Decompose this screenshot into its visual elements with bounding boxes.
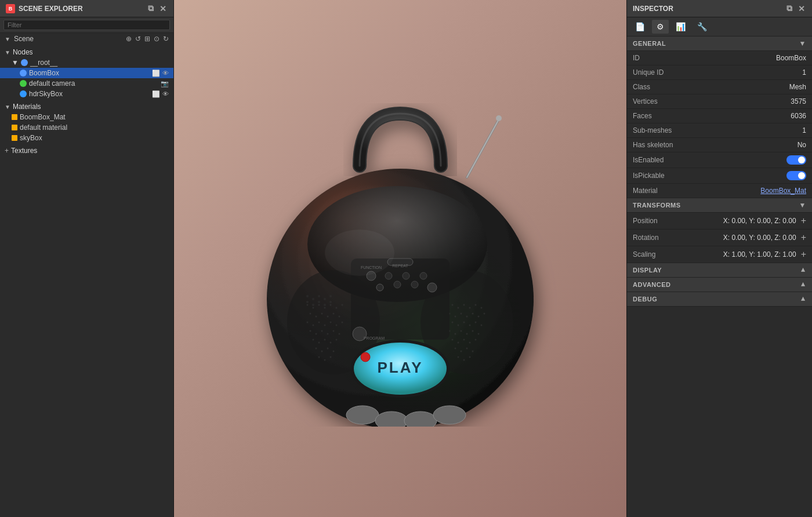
transforms-section-header[interactable]: TRANSFORMS ▼ [627,198,812,213]
tree-item-camera[interactable]: default camera 📷 [0,78,173,89]
tab-stats[interactable]: 📊 [671,20,690,34]
svg-point-34 [324,325,326,326]
boombox-box-icon[interactable]: ⬜ [152,70,160,77]
root-expand-icon: ▼ [12,59,19,67]
svg-point-21 [324,307,326,309]
svg-point-73 [469,325,471,326]
inspector-title: INSPECTOR [633,5,673,13]
svg-point-74 [475,322,477,323]
class-value: Mesh [789,83,806,91]
svg-point-101 [394,281,401,288]
skybox-eye-icon[interactable]: 👁 [162,90,169,98]
position-plus-button[interactable]: + [801,216,806,226]
scene-icon-refresh[interactable]: ↺ [135,35,141,43]
tree-item-skybox-mat[interactable]: skyBox [0,133,173,143]
scene-explorer-titlebar: B SCENE EXPLORER ⧉ ✕ [0,0,173,17]
viewport[interactable]: PLAY REPEAT FUNCTION PROGRAM [174,0,626,517]
camera-node-label: default camera [29,79,158,88]
svg-point-47 [330,342,332,344]
debug-section-header[interactable]: DEBUG ▼ [627,292,812,307]
submeshes-value: 1 [802,126,806,134]
scene-expand-icon[interactable]: ▼ [5,36,12,42]
default-mat-label: default material [20,123,169,132]
ispickable-toggle[interactable] [786,171,806,180]
isenabled-toggle[interactable] [786,155,806,165]
inspector-minimize-button[interactable]: ⧉ [785,3,793,13]
tab-mesh[interactable]: ⚙ [652,20,669,34]
tree-item-skybox[interactable]: hdrSkyBox ⬜ 👁 [0,89,173,99]
svg-point-108 [361,352,370,362]
display-chevron-icon: ▼ [799,266,806,274]
display-section-header[interactable]: DISPLAY ▼ [627,263,812,278]
svg-line-1 [467,119,499,177]
scene-header: ▼ Scene ⊕ ↺ ⊞ ⊙ ↻ [0,33,173,45]
svg-point-38 [310,330,311,332]
svg-point-33 [318,322,320,323]
skybox-node-label: hdrSkyBox [29,90,150,98]
svg-point-24 [342,304,343,306]
nodes-section: ▼ Nodes [0,47,173,57]
svg-point-68 [478,316,480,318]
svg-point-32 [313,325,314,326]
svg-point-27 [321,313,323,315]
tree-item-root[interactable]: ▼ __root__ [0,57,173,68]
svg-point-77 [455,333,456,335]
skybox-box-icon[interactable]: ⬜ [152,90,160,98]
inspector-tabs: 📄 ⚙ 📊 🔧 [627,17,812,37]
material-label: Material [633,187,658,195]
svg-point-2 [496,115,502,121]
general-section-header[interactable]: GENERAL ▼ [627,37,812,51]
textures-section: + Textures [0,145,173,156]
scene-icon-settings[interactable]: ⊙ [154,35,160,43]
svg-point-18 [307,304,309,306]
svg-point-83 [458,342,459,344]
svg-point-57 [452,304,454,306]
svg-point-20 [318,304,320,306]
svg-point-41 [327,333,329,335]
scene-icon-refresh2[interactable]: ↻ [163,35,169,43]
svg-point-69 [484,313,485,315]
svg-point-40 [321,330,323,332]
svg-point-99 [376,284,383,291]
general-chevron-icon: ▼ [799,39,806,48]
nodes-label: Nodes [13,48,33,56]
advanced-section-header[interactable]: ADVANCED ▼ [627,278,812,292]
svg-point-55 [330,356,332,358]
materials-label: Materials [13,103,41,111]
svg-point-90 [472,351,474,352]
rotation-plus-button[interactable]: + [801,232,806,243]
boombox-mat-label: BoomBox_Mat [20,113,169,121]
svg-point-26 [316,316,317,318]
svg-point-51 [327,348,329,349]
material-value[interactable]: BoomBox_Mat [760,187,806,195]
svg-point-79 [466,333,468,335]
submeshes-label: Sub-meshes [633,126,672,134]
scene-icon-expand2[interactable]: ⊞ [144,35,150,43]
svg-point-72 [463,322,465,323]
svg-point-92 [463,359,465,361]
camera-video-icon[interactable]: 📷 [161,80,169,88]
inspector-close-button[interactable]: ✕ [797,4,806,13]
tree-item-boombox-mat[interactable]: BoomBox_Mat [0,112,173,122]
boombox-eye-icon[interactable]: 👁 [162,70,169,77]
general-section-label: GENERAL [633,40,666,47]
scene-icon-move[interactable]: ⊕ [126,35,132,43]
faces-value: 6036 [791,112,806,120]
tree-item-default-mat[interactable]: default material [0,122,173,133]
tab-tools[interactable]: 🔧 [693,20,712,34]
svg-text:PLAY: PLAY [378,359,423,376]
svg-point-22 [330,304,332,306]
camera-node-icon [20,80,27,87]
scene-explorer: B SCENE EXPLORER ⧉ ✕ ▼ Scene ⊕ ↺ ⊞ ⊙ ↻ ▼… [0,0,174,517]
close-button[interactable]: ✕ [158,4,168,13]
filter-input[interactable] [3,20,170,30]
skeleton-label: Has skeleton [633,141,673,149]
scaling-plus-button[interactable]: + [801,249,806,260]
advanced-section-label: ADVANCED [633,281,671,288]
svg-point-78 [461,330,462,332]
tab-node[interactable]: 📄 [630,20,650,34]
minimize-button[interactable]: ⧉ [147,3,155,13]
svg-point-30 [339,316,340,318]
inspector-row-ispickable: IsPickable [627,168,812,184]
tree-item-boombox[interactable]: BoomBox ⬜ 👁 [0,68,173,78]
